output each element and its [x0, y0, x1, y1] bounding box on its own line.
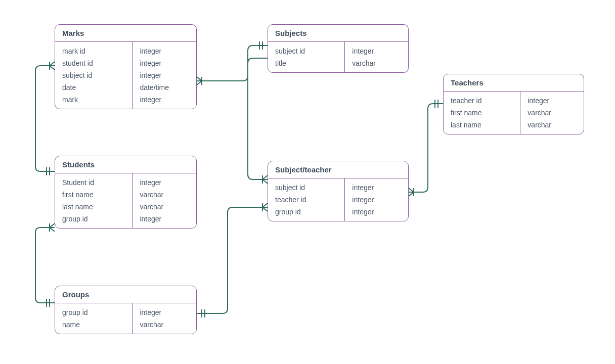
svg-line-22	[409, 192, 414, 196]
entity-title: Groups	[55, 286, 196, 303]
field-name: title	[268, 57, 344, 69]
field-name: subject id	[55, 69, 132, 81]
svg-line-13	[197, 77, 202, 81]
field-type: integer	[520, 95, 584, 107]
field-type: integer	[133, 57, 196, 69]
svg-line-16	[262, 175, 268, 179]
field-type: integer	[345, 45, 408, 57]
entity-title: Marks	[55, 25, 196, 42]
entity-title: Teachers	[444, 74, 584, 92]
svg-line-17	[262, 179, 268, 184]
entity-title: Subjects	[268, 25, 408, 42]
field-name: mark id	[55, 45, 132, 57]
field-name: Student id	[55, 176, 132, 189]
entity-title: Students	[55, 156, 196, 173]
field-type: varchar	[133, 201, 196, 213]
entity-students[interactable]: Students Student id first name last name…	[55, 156, 197, 229]
field-type: integer	[133, 69, 196, 81]
field-type: varchar	[520, 119, 584, 131]
field-name: student id	[55, 57, 132, 69]
entity-title: Subject/teacher	[268, 161, 408, 178]
field-type: varchar	[133, 318, 196, 331]
field-type: integer	[133, 176, 196, 189]
er-diagram-canvas: Marks mark id student id subject id date…	[0, 0, 615, 364]
field-name: date	[55, 81, 132, 94]
field-name: teacher id	[268, 194, 344, 206]
field-name: first name	[444, 107, 520, 119]
field-name: name	[55, 318, 132, 331]
field-type: integer	[133, 213, 196, 225]
svg-line-8	[50, 223, 55, 228]
svg-line-14	[197, 81, 202, 85]
svg-line-27	[262, 207, 268, 211]
field-name: group id	[55, 213, 132, 225]
svg-line-26	[262, 203, 268, 207]
field-name: group id	[55, 306, 132, 318]
field-type: integer	[133, 306, 196, 318]
field-type: integer	[345, 206, 408, 218]
entity-subject-teacher[interactable]: Subject/teacher subject id teacher id gr…	[268, 161, 409, 221]
field-name: last name	[444, 119, 520, 131]
field-name: first name	[55, 189, 132, 201]
svg-line-9	[50, 228, 55, 232]
field-name: group id	[268, 206, 344, 218]
field-type: integer	[133, 45, 196, 57]
field-type: integer	[345, 181, 408, 194]
field-name: subject id	[268, 45, 344, 57]
field-name: mark	[55, 94, 132, 106]
entity-groups[interactable]: Groups group id name integer varchar	[55, 286, 197, 334]
field-name: teacher id	[444, 95, 520, 107]
field-type: varchar	[520, 107, 584, 119]
field-type: date/time	[133, 81, 196, 94]
entity-marks[interactable]: Marks mark id student id subject id date…	[55, 24, 197, 109]
svg-line-21	[409, 188, 414, 192]
field-type: integer	[133, 94, 196, 106]
entity-teachers[interactable]: Teachers teacher id first name last name…	[443, 74, 584, 134]
field-type: integer	[345, 194, 408, 206]
field-name: last name	[55, 201, 132, 213]
entity-subjects[interactable]: Subjects subject id title integer varcha…	[268, 24, 409, 73]
field-type: varchar	[345, 57, 408, 69]
field-type: varchar	[133, 189, 196, 201]
svg-line-4	[50, 66, 55, 70]
field-name: subject id	[268, 181, 344, 194]
svg-line-3	[50, 62, 55, 66]
